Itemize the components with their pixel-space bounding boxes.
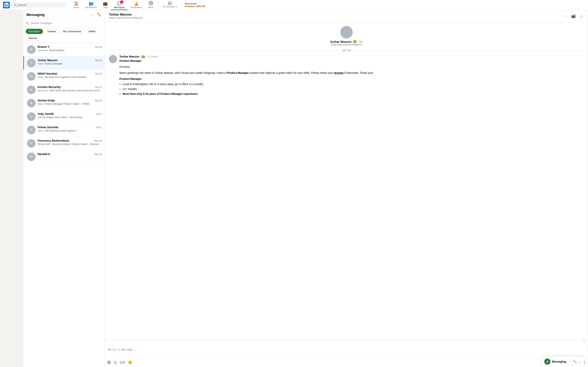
bottom-widget-compose-button[interactable]: ✏️ (573, 360, 577, 364)
nav-item-me[interactable]: A Me ▾ (145, 0, 156, 10)
conv-date: Sep 19 (94, 140, 102, 142)
nav-label-my-network: My Network (85, 6, 97, 8)
nav-label-me: Me ▾ (149, 6, 153, 9)
conv-content: Kristine McCarthy Oct 21 Sponsored Hello… (38, 85, 102, 92)
avatar: A (27, 99, 36, 108)
conversation-item-randall[interactable]: R Randall K. Sep 18 (23, 150, 105, 164)
image-icon[interactable]: 🖼 (107, 361, 111, 365)
emoji-icon[interactable]: 🙂 (128, 360, 132, 365)
search-bar[interactable]: 🔍 (11, 2, 66, 8)
conversation-header-actions: ··· 📹 ☆ (563, 13, 584, 19)
my-network-icon: 👥 (89, 1, 94, 6)
contact-title: Team Lead at Ehub Global Inc (109, 16, 143, 19)
conversation-item-tushar[interactable]: T Tushar Wasson Oct 28 InMail Product Ma… (23, 56, 105, 70)
premium-label: Reactivate (185, 2, 205, 5)
compose-area: ⌃ 🖼 📎 GIF 🙂 Send ··· (105, 340, 588, 367)
conv-tag: InMail (38, 63, 43, 65)
sender-profile: Tushar Wasson in · 3rd Team Lead at Ehub… (109, 26, 584, 46)
compose-input[interactable] (105, 346, 588, 357)
home-icon: 🏠 (74, 1, 79, 6)
conv-preview-text: Hello Anton, We recently came across you… (49, 89, 102, 92)
message-block: Tushar Wasson in · 11:19 AM Product Mana… (109, 55, 584, 97)
conv-preview: InMail Still Exploring Career Options? (38, 129, 102, 132)
messaging-badge: 1 (120, 0, 123, 3)
conv-preview-text: Board Position (49, 49, 65, 52)
notifications-icon: 🔔 (134, 1, 139, 6)
nav-item-home[interactable]: 🏠 Home (70, 0, 82, 10)
conv-content: Francesca Roehrenbeck Sep 19 Hiring ASAP… (38, 139, 102, 146)
conv-preview: Sponsored Hello Anton, We recently came … (38, 89, 102, 92)
messaging-icon: 💬 1 (117, 1, 122, 6)
star-button[interactable]: ☆ (579, 13, 584, 19)
conversation-item-nikhil[interactable]: N Nikhil Heerekar Oct 25 InMail We value… (23, 70, 105, 83)
conv-top: Felmar Doronila Oct 3 (38, 126, 102, 129)
conv-name: Nikhil Heerekar (38, 72, 57, 75)
search-input[interactable] (18, 3, 63, 7)
conv-content: Randall K. Sep 18 (38, 152, 102, 156)
filter-tab-unread[interactable]: Unread (44, 29, 59, 34)
nav-label-home: Home (74, 6, 79, 8)
conv-top: Francesca Roehrenbeck Sep 19 (38, 139, 102, 142)
message-header: Tushar Wasson in · 11:19 AM (119, 55, 584, 58)
bottom-widget-more-button[interactable]: ··· (569, 360, 572, 363)
jobs-icon: 💼 (103, 1, 108, 6)
filter-tab-inmail[interactable]: InMail (86, 29, 98, 34)
video-call-button[interactable]: 📹 (570, 13, 577, 19)
gif-icon[interactable]: GIF (120, 361, 126, 365)
messaging-header: Messaging ··· ✏️ (23, 10, 105, 20)
conv-tag: InMail (38, 130, 43, 132)
compose-icon[interactable]: ✏️ (97, 12, 102, 17)
search-messages-input[interactable] (31, 22, 102, 25)
conv-preview: Sponsored Board Position (38, 49, 102, 52)
conversation-item-jody[interactable]: J Jody Janelle Oct 4 Join the Staples te… (23, 110, 105, 123)
nav-item-notifications[interactable]: 🔔 Notifications (128, 0, 145, 10)
conversation-item-breann[interactable]: B Breann T. Oct 28 Sponsored Board Posit… (23, 43, 105, 56)
conv-tag: Sponsored (38, 49, 48, 51)
inmail-badge: in (353, 40, 357, 43)
conv-preview: InMail Product Manager (38, 62, 102, 65)
me-icon: A (149, 1, 153, 6)
bottom-widget-avatar: A (544, 359, 550, 365)
conv-top: Breann T. Oct 28 (38, 45, 102, 48)
conv-content: Breann T. Oct 28 Sponsored Board Positio… (38, 45, 102, 52)
linkedin-logo[interactable] (3, 2, 10, 8)
conv-date: Oct 4 (96, 113, 102, 115)
sender-profile-subtitle: Team Lead at Ehub Global Inc (331, 43, 362, 46)
nav-item-jobs[interactable]: 💼 Jobs (100, 0, 111, 10)
conv-date: Oct 28 (95, 46, 102, 48)
premium-reactivate-link[interactable]: Reactivate Premium: 50% Off (185, 2, 205, 8)
search-bar-messages[interactable]: 🔍 (23, 20, 105, 27)
messaging-title: Messaging (26, 13, 44, 17)
nav-item-messaging[interactable]: 💬 1 Messaging (111, 0, 127, 10)
conv-content: Nikhil Heerekar Oct 25 InMail We value y… (38, 72, 102, 78)
filter-tab-focused[interactable]: Focused ▾ (26, 29, 43, 34)
conv-name: Felmar Doronila (38, 126, 58, 129)
more-options-button[interactable]: ··· (563, 13, 568, 19)
more-options-icon[interactable]: ··· (91, 13, 94, 17)
conv-name: Breann T. (38, 45, 50, 48)
collapse-button[interactable]: ⌃ (583, 341, 586, 345)
date-label: OCT 28 (342, 49, 350, 52)
nav-item-for-business[interactable]: For Business ▾ (160, 0, 180, 10)
conversation-item-felmar[interactable]: F Felmar Doronila Oct 3 InMail Still Exp… (23, 123, 105, 137)
bottom-widget-collapse-button[interactable]: ⌄ (579, 360, 581, 364)
conversation-item-akshat[interactable]: A Akshat Singh Oct 18 InMail Product Man… (23, 97, 105, 110)
conv-top: Nikhil Heerekar Oct 25 (38, 72, 102, 75)
nav-item-my-network[interactable]: 👥 My Network (82, 0, 100, 10)
message-inmail-badge: in (142, 56, 145, 58)
conversation-item-kristine[interactable]: K Kristine McCarthy Oct 21 Sponsored Hel… (23, 83, 105, 97)
conversation-item-francesca[interactable]: F Francesca Roehrenbeck Sep 19 Hiring AS… (23, 137, 105, 150)
message-content: Tushar Wasson in · 11:19 AM Product Mana… (119, 55, 584, 97)
conv-preview: Join the Staples team, Anton – we're hir… (38, 116, 102, 119)
message-avatar (109, 55, 117, 63)
search-icon: 🔍 (14, 3, 17, 7)
filter-tab-my-connections[interactable]: My Connections (60, 29, 84, 34)
conv-date: Oct 25 (95, 73, 102, 75)
main-content: Messaging ··· ✏️ 🔍 Focused ▾ Unread My C… (0, 10, 588, 367)
filter-tabs: Focused ▾ Unread My Connections InMail S… (23, 27, 105, 43)
message-thread: Tushar Wasson in · 3rd Team Lead at Ehub… (105, 22, 588, 340)
attachment-icon[interactable]: 📎 (113, 360, 118, 365)
conv-date: Sep 18 (94, 153, 102, 156)
filter-tab-starred[interactable]: Starred (26, 35, 40, 41)
contact-name: Tushar Wasson (109, 13, 143, 16)
